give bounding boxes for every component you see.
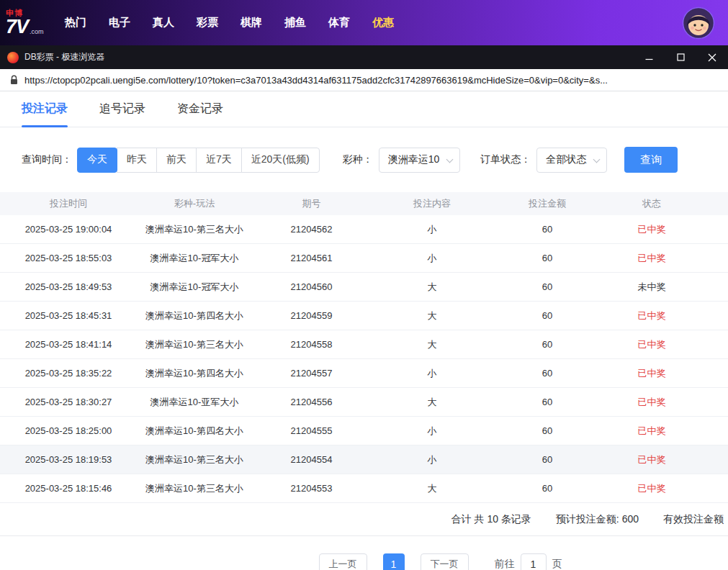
column-header: 状态 <box>601 197 702 210</box>
next-page-button[interactable]: 下一页 <box>421 553 469 570</box>
cell-bet-amount: 60 <box>493 454 601 465</box>
minimize-button[interactable] <box>633 45 665 69</box>
table-row: 2025-03-25 18:19:53 澳洲幸运10-第三名大小 2120455… <box>0 445 728 474</box>
tab[interactable]: 投注记录 <box>22 91 68 127</box>
cell-issue-number: 21204559 <box>252 310 371 321</box>
cell-bet-content: 大 <box>371 482 493 495</box>
goto-page-input[interactable] <box>521 553 547 570</box>
time-filter-button[interactable]: 前天 <box>156 148 197 173</box>
table-row: 2025-03-25 18:55:03 澳洲幸运10-冠军大小 21204561… <box>0 244 728 273</box>
order-status-select[interactable]: 全部状态 <box>536 148 607 173</box>
nav-item[interactable]: 优惠 <box>372 16 394 30</box>
close-button[interactable] <box>696 45 728 69</box>
logo-main-text: 7V <box>6 17 28 37</box>
summary-expected-amount: 预计投注金额: 600 <box>556 513 639 526</box>
current-page-button[interactable]: 1 <box>383 553 405 570</box>
column-header: 投注时间 <box>0 197 137 210</box>
cell-bet-time: 2025-03-25 18:35:22 <box>0 368 137 379</box>
cell-status: 已中奖 <box>601 482 702 495</box>
nav-item[interactable]: 捕鱼 <box>284 16 306 30</box>
nav-item[interactable]: 电子 <box>109 16 130 30</box>
cell-game-play: 澳洲幸运10-冠军大小 <box>137 281 252 294</box>
cell-bet-content: 小 <box>371 223 493 236</box>
cell-status: 已中奖 <box>601 453 702 466</box>
column-header: 投注金额 <box>493 197 601 210</box>
cell-bet-time: 2025-03-25 18:19:53 <box>0 454 137 465</box>
record-tabs: 投注记录 追号记录 资金记录 <box>0 91 728 127</box>
address-bar[interactable]: https://ctopcp02pcali.uengi5e.com/lotter… <box>0 69 728 91</box>
url-text: https://ctopcp02pcali.uengi5e.com/lotter… <box>24 75 608 86</box>
cell-status: 已中奖 <box>601 223 702 236</box>
close-icon <box>708 53 716 62</box>
cell-bet-time: 2025-03-25 18:25:00 <box>0 425 137 436</box>
prev-page-button[interactable]: 上一页 <box>319 553 367 570</box>
cell-bet-time: 2025-03-25 18:30:27 <box>0 397 137 407</box>
bet-records-table: 投注时间 彩种-玩法 期号 投注内容 投注金额 状态 2025-03-25 19… <box>0 192 728 503</box>
cell-bet-amount: 60 <box>493 397 601 407</box>
cell-bet-content: 大 <box>371 309 493 322</box>
cell-bet-amount: 60 <box>493 339 601 350</box>
cell-bet-time: 2025-03-25 18:49:53 <box>0 281 137 292</box>
summary-valid-amount: 有效投注金额 <box>663 513 724 526</box>
table-row: 2025-03-25 18:49:53 澳洲幸运10-冠军大小 21204560… <box>0 273 728 302</box>
window-title: DB彩票 - 极速浏览器 <box>24 51 104 63</box>
tab[interactable]: 追号记录 <box>99 91 145 127</box>
minimize-icon <box>645 53 653 61</box>
summary-bar: 合计 共 10 条记录 预计投注金额: 600 有效投注金额 <box>0 503 728 536</box>
cell-status: 已中奖 <box>601 338 702 351</box>
page-content: 投注记录 追号记录 资金记录 查询时间： 今天 昨天 前天 近7天 近20天(低… <box>0 91 728 570</box>
time-filter-label: 查询时间： <box>22 153 72 166</box>
user-avatar[interactable] <box>682 6 715 40</box>
time-filter-button[interactable]: 今天 <box>77 148 117 173</box>
cell-status: 已中奖 <box>601 396 702 409</box>
cell-status: 已中奖 <box>601 425 702 438</box>
cell-game-play: 澳洲幸运10-第三名大小 <box>137 453 252 466</box>
cell-game-play: 澳洲幸运10-亚军大小 <box>137 396 252 409</box>
table-row: 2025-03-25 18:30:27 澳洲幸运10-亚军大小 21204556… <box>0 388 728 417</box>
site-nav: 申博 7V .com 热门 电子 真人 彩票 棋牌 捕鱼 体育 优惠 <box>0 0 728 45</box>
pagination: 上一页 1 下一页 前往 页 <box>76 553 728 570</box>
lottery-select[interactable]: 澳洲幸运10 <box>379 148 461 173</box>
cell-bet-amount: 60 <box>493 281 601 292</box>
cell-status: 已中奖 <box>601 252 702 265</box>
maximize-button[interactable] <box>665 45 696 69</box>
cell-issue-number: 21204560 <box>252 281 371 292</box>
nav-item[interactable]: 棋牌 <box>241 16 262 30</box>
tab[interactable]: 资金记录 <box>177 91 223 127</box>
table-header-row: 投注时间 彩种-玩法 期号 投注内容 投注金额 状态 <box>0 192 728 215</box>
cell-issue-number: 21204557 <box>252 368 371 379</box>
lock-icon <box>10 75 18 85</box>
cell-bet-content: 小 <box>371 252 493 265</box>
table-row: 2025-03-25 18:45:31 澳洲幸运10-第四名大小 2120455… <box>0 302 728 330</box>
cell-game-play: 澳洲幸运10-第三名大小 <box>137 223 252 236</box>
cell-issue-number: 21204562 <box>252 224 371 235</box>
site-logo[interactable]: 申博 7V .com <box>6 9 50 37</box>
cell-bet-amount: 60 <box>493 483 601 494</box>
time-filter-button[interactable]: 近20天(低频) <box>241 148 320 173</box>
nav-item[interactable]: 热门 <box>65 16 86 30</box>
cell-bet-content: 大 <box>371 281 493 294</box>
nav-item[interactable]: 真人 <box>153 16 174 30</box>
time-filter-button[interactable]: 近7天 <box>196 148 242 173</box>
cell-bet-time: 2025-03-25 18:41:14 <box>0 339 137 350</box>
column-header: 彩种-玩法 <box>137 197 252 210</box>
table-row: 2025-03-25 18:25:00 澳洲幸运10-第四名大小 2120455… <box>0 417 728 445</box>
cell-bet-time: 2025-03-25 19:00:04 <box>0 224 137 235</box>
cell-game-play: 澳洲幸运10-第四名大小 <box>137 367 252 380</box>
cell-bet-amount: 60 <box>493 310 601 321</box>
order-status-label: 订单状态： <box>480 153 531 166</box>
cell-status: 已中奖 <box>601 367 702 380</box>
table-row: 2025-03-25 18:41:14 澳洲幸运10-第三名大小 2120455… <box>0 330 728 359</box>
nav-item[interactable]: 体育 <box>328 16 350 30</box>
cell-bet-content: 小 <box>371 367 493 380</box>
search-button[interactable]: 查询 <box>624 147 678 173</box>
cell-game-play: 澳洲幸运10-第三名大小 <box>137 482 252 495</box>
cell-issue-number: 21204554 <box>252 454 371 465</box>
cell-bet-content: 大 <box>371 338 493 351</box>
cell-bet-content: 小 <box>371 453 493 466</box>
cell-bet-time: 2025-03-25 18:45:31 <box>0 310 137 321</box>
time-filter-button[interactable]: 昨天 <box>117 148 157 173</box>
order-status-value: 全部状态 <box>546 153 586 166</box>
cell-issue-number: 21204556 <box>252 397 371 407</box>
nav-item[interactable]: 彩票 <box>197 16 218 30</box>
